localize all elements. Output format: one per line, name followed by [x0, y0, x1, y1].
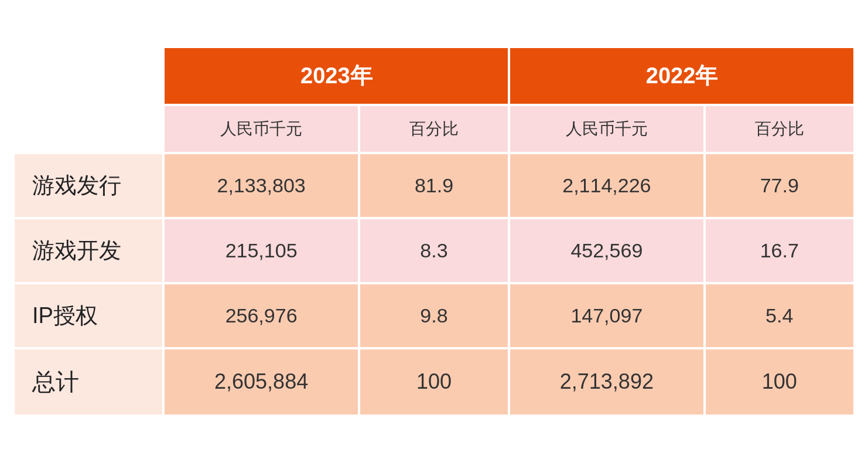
row-val2023: 2,133,803: [165, 154, 357, 217]
row-label: 游戏开发: [15, 219, 162, 282]
row-pct2023: 9.8: [360, 284, 508, 347]
row-pct2023: 81.9: [360, 154, 508, 217]
row-val2022: 452,569: [510, 219, 703, 282]
subheader-currency-2023: 人民币千元: [165, 106, 357, 152]
row-val2023: 215,105: [165, 219, 357, 282]
row-pct2022: 16.7: [706, 219, 854, 282]
row-pct2022: 77.9: [706, 154, 854, 217]
total-val2023: 2,605,884: [165, 349, 357, 415]
header-empty: [15, 48, 162, 104]
subheader-percent-2022: 百分比: [706, 106, 854, 152]
row-label: IP授权: [15, 284, 162, 347]
row-label: 游戏发行: [15, 154, 162, 217]
row-val2023: 256,976: [165, 284, 357, 347]
revenue-table: 2023年 2022年 人民币千元 百分比 人民币千元 百分比 游戏发行 2,1…: [12, 46, 856, 417]
table-row: 游戏开发 215,105 8.3 452,569 16.7: [15, 219, 853, 282]
subheader-currency-2022: 人民币千元: [510, 106, 703, 152]
total-label: 总计: [15, 349, 162, 415]
row-val2022: 147,097: [510, 284, 703, 347]
subheader-percent-2023: 百分比: [360, 106, 508, 152]
row-pct2022: 5.4: [706, 284, 854, 347]
row-pct2023: 8.3: [360, 219, 508, 282]
table-row: 游戏发行 2,133,803 81.9 2,114,226 77.9: [15, 154, 853, 217]
header-2022: 2022年: [510, 48, 853, 104]
total-pct2022: 100: [706, 349, 854, 415]
header-2023: 2023年: [165, 48, 508, 104]
total-pct2023: 100: [360, 349, 508, 415]
row-val2022: 2,114,226: [510, 154, 703, 217]
subheader-empty: [15, 106, 162, 152]
total-row: 总计 2,605,884 100 2,713,892 100: [15, 349, 853, 415]
table-row: IP授权 256,976 9.8 147,097 5.4: [15, 284, 853, 347]
total-val2022: 2,713,892: [510, 349, 703, 415]
